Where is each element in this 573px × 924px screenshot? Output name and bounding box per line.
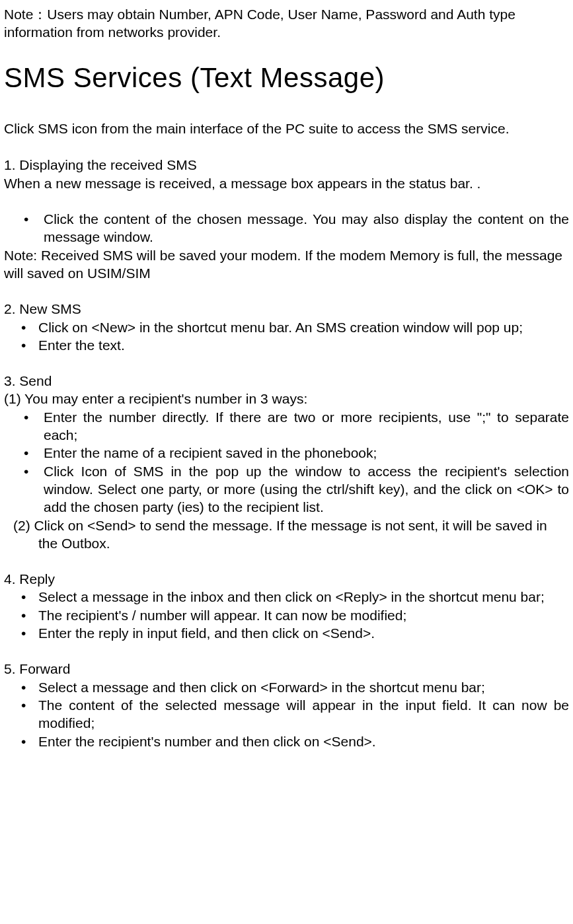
intro-paragraph: Click SMS icon from the main interface o… (4, 120, 569, 137)
top-note: Note：Users may obtain Number, APN Code, … (4, 5, 569, 42)
section-2-title: 2. New SMS (4, 300, 569, 318)
section-1-note: Note: Received SMS will be saved your mo… (4, 246, 569, 283)
section-3-sub1-intro: (1) You may enter a recipient's number i… (4, 390, 569, 408)
page-heading: SMS Services (Text Message) (4, 60, 569, 96)
list-item: Click on <New> in the shortcut menu bar.… (4, 318, 569, 336)
list-item: Enter the number directly. If there are … (4, 408, 569, 444)
list-item: Enter the name of a recipient saved in t… (4, 444, 569, 462)
section-5-title: 5. Forward (4, 660, 569, 678)
list-item: The recipient's / number will appear. It… (4, 606, 569, 624)
list-item: Enter the text. (4, 336, 569, 354)
section-1-bullets: Click the content of the chosen message.… (4, 210, 569, 246)
section-1-title: 1. Displaying the received SMS (4, 156, 569, 174)
list-item: The content of the selected message will… (4, 696, 569, 732)
list-item: Click the content of the chosen message.… (4, 210, 569, 246)
list-item: Select a message and then click on <Forw… (4, 678, 569, 696)
section-4-title: 4. Reply (4, 570, 569, 588)
list-item: Click Icon of SMS in the pop up the wind… (4, 462, 569, 516)
section-3-sub2: (2) Click on <Send> to send the message.… (4, 516, 569, 553)
section-3-title: 3. Send (4, 372, 569, 390)
section-5-bullets: Select a message and then click on <Forw… (4, 678, 569, 750)
section-4-bullets: Select a message in the inbox and then c… (4, 588, 569, 642)
section-3-bullets: Enter the number directly. If there are … (4, 408, 569, 516)
list-item: Enter the reply in input field, and then… (4, 624, 569, 642)
list-item: Select a message in the inbox and then c… (4, 588, 569, 606)
list-item: Enter the recipient's number and then cl… (4, 732, 569, 750)
section-2-bullets: Click on <New> in the shortcut menu bar.… (4, 318, 569, 355)
section-1-body: When a new message is received, a messag… (4, 174, 569, 192)
